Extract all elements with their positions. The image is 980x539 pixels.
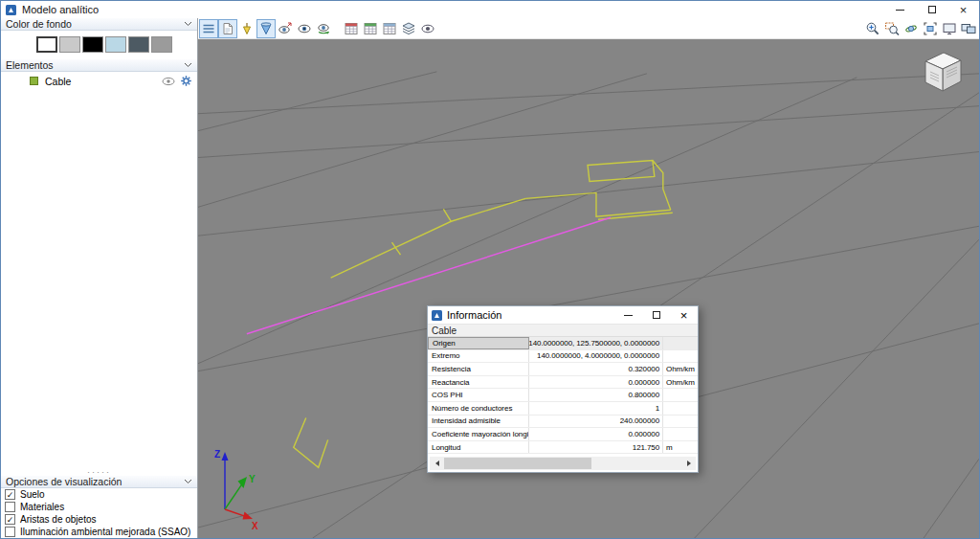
- property-row[interactable]: Longitud121.750m: [428, 441, 698, 455]
- property-row[interactable]: Número de conductores1: [428, 402, 698, 415]
- section-header-display-options[interactable]: Opciones de visualización: [1, 476, 197, 488]
- plumb-reference-icon[interactable]: [237, 19, 256, 38]
- swatch-blanco[interactable]: [36, 36, 57, 53]
- dialog-title-bar[interactable]: Información ×: [428, 306, 698, 324]
- window-controls: ×: [884, 1, 979, 18]
- dialog-minimize-button[interactable]: [614, 306, 642, 324]
- property-unit: [663, 350, 698, 363]
- scroll-track[interactable]: [444, 457, 681, 470]
- option-row[interactable]: ✓Suelo: [1, 488, 197, 501]
- maximize-icon: [928, 6, 936, 13]
- zoom-in-icon[interactable]: [863, 19, 882, 38]
- property-label: Resistencia: [428, 363, 529, 375]
- dialog-title: Información: [447, 309, 501, 321]
- property-row[interactable]: Coeficiente mayoración longitud0.000000: [428, 428, 698, 441]
- option-checkbox[interactable]: ✓: [5, 489, 15, 500]
- option-row[interactable]: ✓Aristas de objetos: [1, 513, 197, 526]
- swatch-negro[interactable]: [82, 36, 103, 53]
- option-checkbox[interactable]: ✓: [5, 514, 15, 525]
- cone-view-icon[interactable]: [256, 19, 276, 38]
- maximize-icon: [653, 311, 660, 319]
- layers-icon[interactable]: [399, 19, 418, 38]
- visibility-icon[interactable]: [418, 19, 437, 38]
- option-checkbox[interactable]: [5, 527, 15, 537]
- view-eye-icon[interactable]: [295, 19, 314, 38]
- scroll-left-button[interactable]: [430, 457, 444, 470]
- option-checkbox[interactable]: [5, 502, 15, 512]
- option-label: Materiales: [20, 502, 64, 512]
- option-label: Suelo: [20, 489, 45, 500]
- dialog-icon: [432, 310, 442, 321]
- option-row[interactable]: Materiales: [1, 501, 197, 513]
- property-label: COS PHI: [428, 389, 529, 401]
- orbit-icon[interactable]: [902, 19, 921, 38]
- property-label: Intensidad admisible: [428, 415, 529, 428]
- dialog-hscrollbar[interactable]: [430, 457, 696, 470]
- plane-document-icon[interactable]: [218, 19, 237, 38]
- table-green-icon[interactable]: [361, 19, 380, 38]
- app-icon: [6, 5, 16, 15]
- property-unit: [663, 337, 698, 349]
- axis-y-label: Y: [249, 474, 256, 484]
- property-row[interactable]: Extremo140.0000000, 4.0000000, 0.0000000: [428, 350, 698, 364]
- element-row-cable[interactable]: Cable: [1, 74, 197, 88]
- chevron-down-icon: [184, 62, 192, 68]
- chevron-down-icon: [184, 21, 192, 27]
- close-button[interactable]: ×: [947, 1, 979, 18]
- property-row[interactable]: Reactancia0.000000Ohm/km: [428, 376, 698, 390]
- property-row[interactable]: Intensidad admisible240.000000: [428, 415, 698, 429]
- element-list: Cable: [1, 72, 197, 88]
- property-value: 0.000000: [529, 428, 663, 440]
- chevron-down-icon: [184, 479, 192, 484]
- property-row[interactable]: Origen140.0000000, 125.7500000, 0.000000…: [428, 337, 698, 350]
- table-plain-icon[interactable]: [380, 19, 399, 38]
- swatch-gris-azulado-oscuro[interactable]: [128, 36, 149, 53]
- axis-x-label: X: [252, 521, 258, 530]
- swatch-gris-claro[interactable]: [59, 36, 80, 53]
- zoom-extents-icon[interactable]: [921, 19, 940, 38]
- swatch-azul-claro[interactable]: [105, 36, 126, 53]
- zoom-window-icon[interactable]: [882, 19, 902, 38]
- option-label: Iluminación ambiental mejorada (SSAO): [20, 527, 190, 537]
- property-unit: [663, 389, 698, 401]
- option-label: Aristas de objetos: [20, 514, 97, 525]
- view-orbit-eye-icon[interactable]: [314, 19, 333, 38]
- visibility-eye-icon[interactable]: [162, 77, 175, 86]
- option-row[interactable]: Iluminación ambiental mejorada (SSAO): [1, 526, 197, 538]
- swatch-gris[interactable]: [151, 36, 172, 53]
- property-value: 140.0000000, 4.0000000, 0.0000000: [529, 350, 663, 363]
- settings-gear-icon[interactable]: [180, 75, 192, 87]
- element-label: Cable: [45, 76, 71, 87]
- property-label: Coeficiente mayoración longitud: [428, 428, 529, 440]
- table-red-icon[interactable]: [342, 19, 361, 38]
- maximize-button[interactable]: [916, 1, 947, 18]
- property-unit: [663, 402, 698, 415]
- sidebar: Color de fondo Elementos Cable ····· Opc…: [1, 18, 198, 538]
- property-unit: Ohm/km: [663, 376, 698, 389]
- edges-view-icon[interactable]: [199, 19, 218, 38]
- app-window: Modelo analítico × Color de fondo Elemen…: [0, 0, 980, 539]
- screen-icon[interactable]: [940, 19, 959, 38]
- option-list: ✓SueloMateriales✓Aristas de objetosIlumi…: [1, 488, 197, 538]
- triangle-right-icon: [687, 460, 691, 466]
- property-label: Extremo: [428, 350, 529, 363]
- panel-resize-handle[interactable]: ·····: [1, 467, 197, 476]
- toolbar-left-group: [199, 19, 437, 38]
- property-value: 0.000000: [529, 376, 663, 389]
- dialog-close-button[interactable]: ×: [670, 306, 698, 324]
- section-header-elements[interactable]: Elementos: [1, 59, 197, 72]
- property-row[interactable]: COS PHI0.800000: [428, 389, 698, 402]
- dialog-controls: ×: [614, 306, 698, 324]
- scroll-thumb[interactable]: [444, 458, 591, 469]
- property-label: Número de conductores: [428, 402, 529, 415]
- minimize-button[interactable]: [884, 1, 916, 18]
- view-cube[interactable]: [912, 49, 966, 97]
- dialog-maximize-button[interactable]: [642, 306, 670, 324]
- property-value: 0.800000: [529, 389, 663, 401]
- view-front-eye-icon[interactable]: [276, 19, 295, 38]
- dual-screen-icon[interactable]: [959, 19, 978, 38]
- toolbar-right-group: [863, 19, 978, 38]
- scroll-right-button[interactable]: [681, 457, 696, 470]
- property-row[interactable]: Resistencia0.320000Ohm/km: [428, 363, 698, 376]
- section-header-background-color[interactable]: Color de fondo: [1, 18, 197, 31]
